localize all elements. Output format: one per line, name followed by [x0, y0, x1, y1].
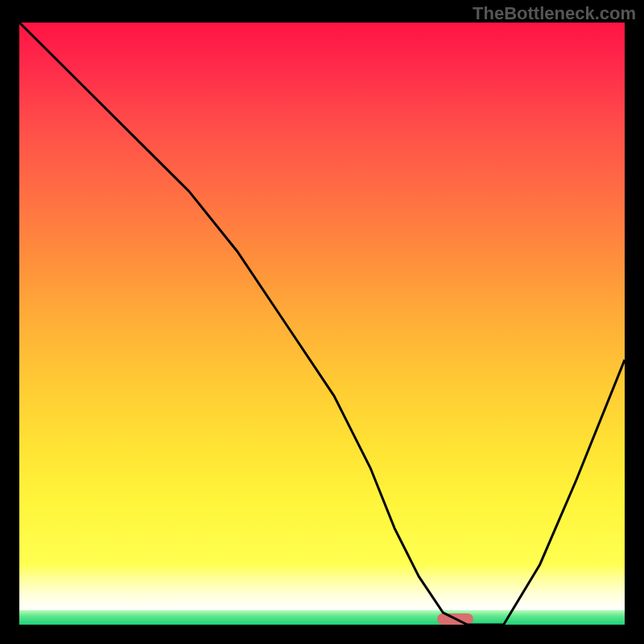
plot-area	[19, 23, 625, 625]
watermark-text: TheBottleneck.com	[473, 3, 636, 24]
curve-path	[19, 23, 625, 625]
chart-frame: TheBottleneck.com	[0, 0, 644, 644]
bottleneck-curve	[19, 23, 625, 625]
